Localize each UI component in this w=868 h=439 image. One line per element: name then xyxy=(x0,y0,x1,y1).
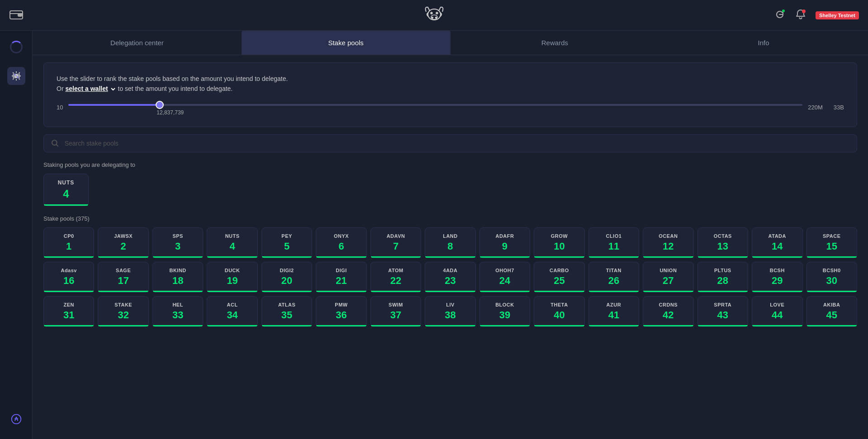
svg-point-7 xyxy=(436,12,438,14)
logo-icon xyxy=(422,3,446,26)
pool-number: 4 xyxy=(230,241,235,252)
pool-card-atom[interactable]: ATOM 22 xyxy=(370,262,421,293)
pool-bar xyxy=(207,256,257,258)
notification-bell[interactable] xyxy=(795,9,806,22)
pool-card-pltus[interactable]: PLTUS 28 xyxy=(697,262,748,293)
pool-card-octas[interactable]: OCTAS 13 xyxy=(697,227,748,258)
pool-card-crdns[interactable]: CRDNS 42 xyxy=(643,296,693,327)
pool-number: 5 xyxy=(284,241,289,252)
delegating-pool-number: 4 xyxy=(63,188,69,200)
tab-info[interactable]: Info xyxy=(659,31,868,55)
slider-wrapper: 12,837,739 xyxy=(68,99,802,116)
pool-card-land[interactable]: LAND 8 xyxy=(425,227,475,258)
pool-card-adavn[interactable]: ADAVN 7 xyxy=(370,227,421,258)
pool-card-sprta[interactable]: SPRTA 43 xyxy=(697,296,748,327)
pool-number: 16 xyxy=(63,275,74,287)
pool-number: 15 xyxy=(826,241,837,252)
pool-card-nuts[interactable]: NUTS 4 xyxy=(207,227,257,258)
pool-card-acl[interactable]: ACL 34 xyxy=(207,296,257,327)
pool-bar xyxy=(153,325,203,326)
wallet-icon[interactable] xyxy=(9,7,24,24)
pool-card-duck[interactable]: DUCK 19 xyxy=(207,262,257,293)
pool-number: 13 xyxy=(717,241,728,252)
pool-bar xyxy=(316,325,366,326)
sidebar-settings-icon[interactable] xyxy=(7,67,25,85)
pool-number: 27 xyxy=(663,275,674,287)
pool-card-swim[interactable]: SWIM 37 xyxy=(370,296,421,327)
slider-max-labels: 220M 33B xyxy=(808,104,844,111)
pool-card-ocean[interactable]: OCEAN 12 xyxy=(643,227,693,258)
pool-card-zen[interactable]: ZEN 31 xyxy=(43,296,94,327)
sync-icon[interactable] xyxy=(774,9,786,22)
pool-card-4ada[interactable]: 4ADA 23 xyxy=(425,262,475,293)
svg-point-6 xyxy=(431,12,432,14)
pool-card-hel[interactable]: HEL 33 xyxy=(152,296,203,327)
pool-number: 38 xyxy=(445,309,455,321)
pool-card-sage[interactable]: SAGE 17 xyxy=(98,262,148,293)
pool-number: 31 xyxy=(63,309,74,321)
pool-card-love[interactable]: LOVE 44 xyxy=(752,296,802,327)
pool-card-union[interactable]: UNION 27 xyxy=(643,262,693,293)
pool-number: 19 xyxy=(227,275,237,287)
pool-card-carbo[interactable]: CARBO 25 xyxy=(534,262,584,293)
pool-card-digi2[interactable]: DIGI2 20 xyxy=(261,262,312,293)
pool-card-cp0[interactable]: CP0 1 xyxy=(43,227,94,258)
select-wallet-link[interactable]: select a wallet xyxy=(65,84,116,94)
pool-card-bkind[interactable]: BKIND 18 xyxy=(152,262,203,293)
pool-card-jawsx[interactable]: JAWSX 2 xyxy=(98,227,148,258)
pool-card-digi[interactable]: DIGI 21 xyxy=(316,262,366,293)
tab-rewards[interactable]: Rewards xyxy=(451,31,659,55)
pool-card-akiba[interactable]: AKIBA 45 xyxy=(806,296,857,327)
pool-number: 44 xyxy=(772,309,783,321)
svg-point-4 xyxy=(432,17,433,18)
search-input[interactable] xyxy=(65,140,849,147)
pool-card-pey[interactable]: PEY 5 xyxy=(261,227,312,258)
pool-bar xyxy=(589,325,639,326)
pool-number: 3 xyxy=(175,241,180,252)
pool-card-titan[interactable]: TITAN 26 xyxy=(588,262,639,293)
pool-card-block[interactable]: BLOCK 39 xyxy=(479,296,530,327)
pool-card-azur[interactable]: AZUR 41 xyxy=(588,296,639,327)
pool-name: PEY xyxy=(281,233,292,239)
pool-bar xyxy=(589,291,639,292)
pool-name: CP0 xyxy=(64,233,74,239)
pool-number: 17 xyxy=(118,275,128,287)
pool-number: 26 xyxy=(608,275,619,287)
pool-number: 14 xyxy=(772,241,783,252)
pool-name: UNION xyxy=(659,268,677,273)
pool-card-onyx[interactable]: ONYX 6 xyxy=(316,227,366,258)
pool-card-atlas[interactable]: ATLAS 35 xyxy=(261,296,312,327)
pool-card-pmw[interactable]: PMW 36 xyxy=(316,296,366,327)
sidebar-cardano-icon[interactable]: ₳ xyxy=(7,410,25,428)
tab-stake-pools[interactable]: Stake pools xyxy=(242,31,451,55)
pool-name: ONYX xyxy=(334,233,349,239)
pool-card-grow[interactable]: GROW 10 xyxy=(534,227,584,258)
pool-card-clio1[interactable]: CLIO1 11 xyxy=(588,227,639,258)
shelley-badge: Shelley Testnet xyxy=(816,11,859,19)
pool-number: 35 xyxy=(281,309,292,321)
search-icon xyxy=(51,139,59,147)
delegation-amount-slider[interactable] xyxy=(68,104,802,106)
pool-card-atada[interactable]: ATADA 14 xyxy=(752,227,802,258)
pool-card-liv[interactable]: LIV 38 xyxy=(425,296,475,327)
pool-bar xyxy=(807,256,857,258)
pool-card-stake[interactable]: STAKE 32 xyxy=(98,296,148,327)
pool-name: HEL xyxy=(172,302,183,307)
topbar-left xyxy=(9,7,24,24)
pool-card-adafr[interactable]: ADAFR 9 xyxy=(479,227,530,258)
sidebar-spinner xyxy=(7,38,25,56)
pool-bar xyxy=(153,291,203,292)
pool-card-theta[interactable]: THETA 40 xyxy=(534,296,584,327)
tab-delegation-center[interactable]: Delegation center xyxy=(33,31,242,55)
pool-card-bcsh[interactable]: BCSH 29 xyxy=(752,262,802,293)
pool-card-adasv[interactable]: Adasv 16 xyxy=(43,262,94,293)
pool-card-ohoh7[interactable]: OHOH7 24 xyxy=(479,262,530,293)
pool-card-bcsh0[interactable]: BCSH0 30 xyxy=(806,262,857,293)
pool-number: 45 xyxy=(826,309,837,321)
svg-rect-1 xyxy=(18,14,22,16)
pools-section-label: Stake pools (375) xyxy=(43,215,857,222)
pool-card-space[interactable]: SPACE 15 xyxy=(806,227,857,258)
pool-card-sps[interactable]: SPS 3 xyxy=(152,227,203,258)
pool-bar xyxy=(807,291,857,292)
delegating-pool-card[interactable]: NUTS 4 xyxy=(43,174,89,206)
